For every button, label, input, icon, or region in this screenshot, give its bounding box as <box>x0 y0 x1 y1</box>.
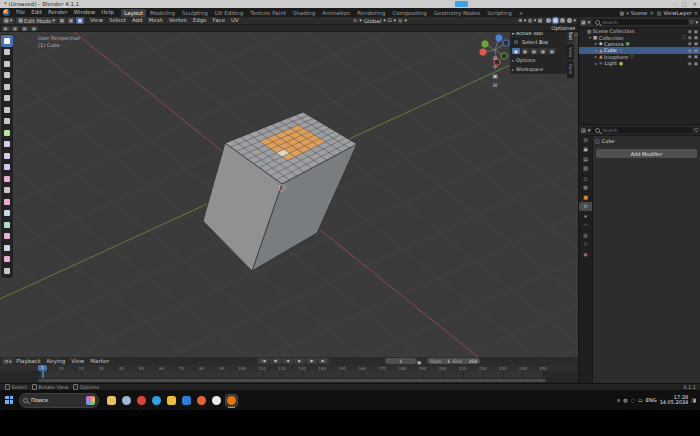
viewport-menu-add[interactable]: Add <box>129 16 146 25</box>
filter-funnel-icon[interactable]: ▽ <box>694 127 698 134</box>
menu-render[interactable]: Render <box>45 8 71 17</box>
camera-view-icon[interactable]: ▣ <box>489 72 501 80</box>
properties-editor-icon[interactable]: ▤ <box>581 127 586 134</box>
show-gizmos-icon[interactable]: ⊕ <box>518 17 522 24</box>
workspace-tab-shading[interactable]: Shading <box>290 9 318 17</box>
viewport-menu-select[interactable]: Select <box>106 16 129 25</box>
render-visibility-icon[interactable]: ▣ <box>694 41 698 46</box>
properties-tab-tool[interactable]: ⊡ <box>579 135 592 145</box>
viewport-menu-vertex[interactable]: Vertex <box>166 16 190 25</box>
hide-eye-icon[interactable]: ◉ <box>688 41 692 46</box>
tool-bevel[interactable] <box>1 162 13 174</box>
bluetooth-icon[interactable]: ◍ <box>623 397 627 403</box>
tray-chevron-icon[interactable]: ∧ <box>617 397 621 403</box>
timeline-track-area[interactable] <box>0 371 578 378</box>
widgets-weather-icon[interactable] <box>86 396 95 405</box>
hide-eye-icon[interactable]: ◉ <box>688 61 692 66</box>
orientation-label[interactable]: Global <box>364 18 382 24</box>
tool-edge-slide[interactable] <box>1 231 13 243</box>
shading-wireframe-icon[interactable] <box>546 18 551 23</box>
viewport-menu-edge[interactable]: Edge <box>190 16 210 25</box>
workspace-tab-animation[interactable]: Animation <box>319 9 353 17</box>
viewport-menu-uv[interactable]: UV <box>228 16 242 25</box>
tool-measure[interactable] <box>1 116 13 128</box>
start-button[interactable] <box>5 396 14 405</box>
taskbar-app-explorer[interactable] <box>106 395 117 406</box>
shading-solid-icon[interactable] <box>553 18 558 23</box>
network-icon[interactable]: ▭ <box>638 397 643 403</box>
tool-mode-segment-4[interactable]: ▦ <box>548 48 556 54</box>
tool-shrink-fatten[interactable] <box>1 242 13 254</box>
notifications-icon[interactable]: ◨ <box>691 397 696 403</box>
onedrive-cloud-icon[interactable]: ◌ <box>631 397 635 403</box>
tool-shear[interactable] <box>1 254 13 266</box>
proportional-editing-icon[interactable]: ◎ <box>398 17 402 24</box>
render-visibility-icon[interactable]: ▣ <box>694 54 698 59</box>
properties-search-input[interactable]: Search <box>592 127 692 133</box>
transport-0-icon[interactable]: |◀ <box>258 358 269 365</box>
workspace-tab-compositing[interactable]: Compositing <box>389 9 429 17</box>
select-mode-vertex-icon[interactable]: ▦ <box>58 17 66 24</box>
select-extend-icon[interactable]: ▦ <box>11 26 19 31</box>
show-overlays-icon[interactable]: ◍ <box>528 17 532 24</box>
add-modifier-button[interactable]: Add Modifier <box>596 149 697 158</box>
timeline-scrollbar[interactable] <box>38 379 546 382</box>
render-visibility-icon[interactable]: ▣ <box>694 29 698 34</box>
close-icon[interactable]: ✕ <box>694 10 698 16</box>
tool-smooth[interactable] <box>1 219 13 231</box>
filter-funnel-icon[interactable]: ▽ <box>690 19 694 26</box>
workspace-tab-+[interactable]: + <box>516 9 527 17</box>
properties-tab-render[interactable]: ▣ <box>579 145 592 155</box>
transport-2-icon[interactable]: ◀ <box>282 358 293 365</box>
outliner-search-input[interactable]: Search <box>592 19 687 25</box>
tool-knife[interactable] <box>1 185 13 197</box>
zoom-icon[interactable]: ⊕ <box>489 54 501 62</box>
taskbar-search-input[interactable]: Поиск <box>19 393 99 408</box>
tool-mode-segment-1[interactable]: ▦ <box>521 48 529 54</box>
select-invert-icon[interactable]: ▦ <box>30 26 38 31</box>
select-set-icon[interactable]: ▦ <box>2 26 10 31</box>
properties-tab-object-data[interactable]: ▽ <box>579 240 592 250</box>
snapping-magnet-icon[interactable]: Ω <box>388 17 392 24</box>
hide-eye-icon[interactable]: ◉ <box>688 35 692 40</box>
taskbar-app-blender[interactable] <box>226 395 237 406</box>
tool-spin[interactable] <box>1 208 13 220</box>
tool-inset-faces[interactable] <box>1 150 13 162</box>
n-panel-tab-view[interactable]: View <box>567 44 574 61</box>
taskbar-app-settings[interactable] <box>121 395 132 406</box>
tool-options-dropdown[interactable]: Options ▾ <box>551 25 575 32</box>
viewport-menu-view[interactable]: View <box>87 16 106 25</box>
outliner-row-light[interactable]: ▸☼Light●◉▣ <box>579 60 700 66</box>
tool-cursor[interactable] <box>1 47 13 59</box>
select-mode-face-icon[interactable]: ▦ <box>76 17 84 24</box>
menu-file[interactable]: File <box>13 8 28 17</box>
tray-clock[interactable]: 17:28 14.05.2024 <box>660 395 689 406</box>
tool-mode-segment-3[interactable]: ▦ <box>539 48 547 54</box>
workspace-tab-texture-paint[interactable]: Texture Paint <box>247 9 289 17</box>
n-panel-tab-item[interactable]: Item <box>567 61 574 77</box>
close-button[interactable]: ✕ <box>693 0 697 8</box>
workspace-tab-scripting[interactable]: Scripting <box>484 9 514 17</box>
taskbar-app-code[interactable] <box>181 395 192 406</box>
render-visibility-icon[interactable]: ▣ <box>694 35 698 40</box>
tool-poly-build[interactable] <box>1 196 13 208</box>
taskbar-app-app-blue[interactable] <box>151 395 162 406</box>
current-frame-field[interactable]: 1 <box>385 358 417 364</box>
properties-tab-material[interactable]: ◉ <box>579 249 592 259</box>
language-indicator[interactable]: ENG <box>646 397 657 403</box>
frame-end-field[interactable]: End 250 <box>450 358 480 364</box>
select-subtract-icon[interactable]: ▦ <box>21 26 29 31</box>
render-visibility-icon[interactable]: ▣ <box>694 48 698 53</box>
tool-extrude-region[interactable] <box>1 139 13 151</box>
hide-eye-icon[interactable]: ◉ <box>688 54 692 59</box>
properties-tab-object[interactable]: ■ <box>579 192 592 202</box>
xray-toggle-icon[interactable]: ▦ <box>538 17 543 24</box>
tool-mode-segment-0[interactable]: ▦ <box>512 48 520 54</box>
tool-loop-cut[interactable] <box>1 173 13 185</box>
transport-1-icon[interactable]: ◀| <box>270 358 281 365</box>
properties-tab-output[interactable]: ▤ <box>579 154 592 164</box>
render-visibility-icon[interactable]: ▣ <box>694 61 698 66</box>
outliner-editor-icon[interactable]: ▦ <box>581 19 586 26</box>
active-tool-panel-header[interactable]: ▾ Active Tool <box>512 32 565 36</box>
tool-mode-segment-2[interactable]: ▦ <box>530 48 538 54</box>
